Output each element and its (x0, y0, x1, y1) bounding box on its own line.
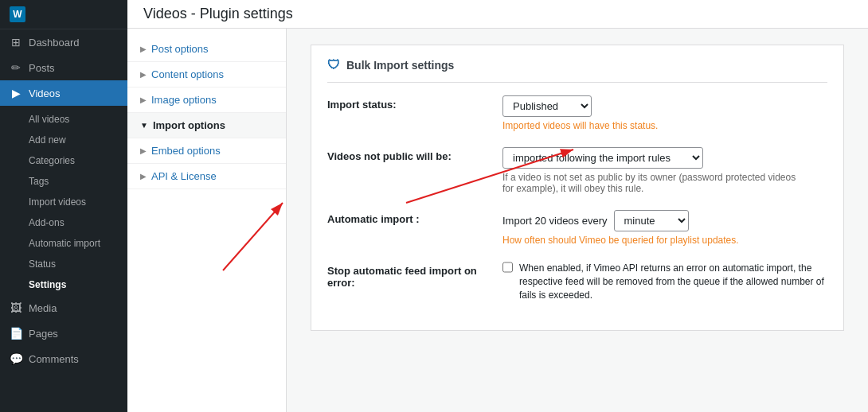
auto-import-control: Import 20 videos every minute hour day H… (502, 210, 827, 246)
sidebar-sub-tags[interactable]: Tags (0, 171, 127, 192)
settings-nav-image-options[interactable]: ▶ Image options (127, 87, 286, 113)
auto-import-prefix: Import 20 videos every (502, 215, 608, 227)
sidebar-sub-all-videos[interactable]: All videos (0, 109, 127, 130)
sidebar-sub-categories[interactable]: Categories (0, 150, 127, 171)
import-status-select[interactable]: Published Draft Pending (502, 95, 592, 117)
sidebar-item-label: Posts (29, 62, 55, 74)
sidebar-item-label: Comments (29, 353, 79, 365)
not-public-control: imported following the import rules skip… (502, 147, 827, 194)
settings-nav-content-options[interactable]: ▶ Content options (127, 62, 286, 87)
chevron-right-icon: ▶ (140, 146, 147, 155)
not-public-select[interactable]: imported following the import rules skip… (502, 147, 703, 169)
media-icon: 🖼 (10, 301, 22, 314)
auto-import-row: Automatic import : Import 20 videos ever… (327, 210, 827, 246)
content-area: ▶ Post options ▶ Content options ▶ Image… (127, 29, 868, 412)
sidebar-item-label: Videos (29, 87, 61, 99)
settings-nav-label: Image options (151, 94, 217, 106)
sidebar-item-label: Dashboard (29, 37, 80, 49)
main-panel: 🛡 Bulk Import settings Import status: Pu… (287, 29, 868, 412)
settings-nav-post-options[interactable]: ▶ Post options (127, 37, 286, 62)
wp-logo-icon: W (10, 6, 25, 22)
pages-icon: 📄 (10, 327, 22, 340)
page-title: Videos - Plugin settings (143, 6, 293, 22)
settings-box-header: 🛡 Bulk Import settings (327, 58, 827, 83)
not-public-row: Videos not public will be: imported foll… (327, 147, 827, 194)
settings-nav-label: Import options (153, 119, 225, 131)
sidebar-sub-status[interactable]: Status (0, 254, 127, 274)
import-status-control: Published Draft Pending Imported videos … (502, 95, 827, 131)
stop-import-checkbox[interactable] (502, 262, 513, 273)
sidebar-item-posts[interactable]: ✏ Posts (0, 55, 127, 80)
settings-nav-label: API & License (151, 170, 217, 182)
chevron-down-icon: ▼ (140, 121, 148, 130)
import-status-row: Import status: Published Draft Pending I… (327, 95, 827, 131)
comments-icon: 💬 (10, 352, 22, 365)
sidebar-navigation: ⊞ Dashboard ✏ Posts ▶ Videos All videos … (0, 29, 127, 412)
videos-submenu: All videos Add new Categories Tags Impor… (0, 109, 127, 295)
settings-nav-label: Embed options (151, 145, 221, 157)
stop-import-row: Stop automatic feed import on error: Whe… (327, 262, 827, 301)
import-status-desc: Imported videos will have this status. (502, 120, 827, 131)
chevron-right-icon: ▶ (140, 172, 147, 181)
stop-import-control: When enabled, if Vimeo API returns an er… (502, 262, 827, 301)
settings-nav-import-options[interactable]: ▼ Import options (127, 113, 286, 138)
sidebar-item-videos[interactable]: ▶ Videos (0, 80, 127, 106)
content-wrapper: Videos - Plugin settings ▶ Post options … (127, 0, 868, 412)
sidebar-sub-settings[interactable]: Settings (0, 274, 127, 295)
settings-nav-label: Content options (151, 68, 224, 80)
auto-import-desc: How often should Vimeo be queried for pl… (502, 235, 827, 246)
auto-import-label: Automatic import : (327, 210, 487, 225)
sidebar-item-comments[interactable]: 💬 Comments (0, 346, 127, 371)
chevron-right-icon: ▶ (140, 95, 147, 104)
stop-import-desc: When enabled, if Vimeo API returns an er… (519, 262, 827, 301)
not-public-label: Videos not public will be: (327, 147, 487, 162)
sidebar-sub-automatic-import[interactable]: Automatic import (0, 233, 127, 254)
sidebar-sub-import-videos[interactable]: Import videos (0, 192, 127, 212)
videos-icon: ▶ (10, 87, 22, 99)
import-status-label: Import status: (327, 95, 487, 111)
settings-nav-embed-options[interactable]: ▶ Embed options (127, 138, 286, 164)
posts-icon: ✏ (10, 61, 22, 74)
sidebar-sub-addons[interactable]: Add-ons (0, 212, 127, 233)
main-content: Videos - Plugin settings ▶ Post options … (127, 0, 868, 412)
sidebar-item-dashboard[interactable]: ⊞ Dashboard (0, 29, 127, 55)
sidebar-logo: W (0, 0, 127, 29)
auto-import-inline: Import 20 videos every minute hour day (502, 210, 827, 231)
sidebar: W ⊞ Dashboard ✏ Posts ▶ Videos All video… (0, 0, 127, 412)
settings-nav-api-license[interactable]: ▶ API & License (127, 164, 286, 189)
bulk-import-title: Bulk Import settings (346, 59, 454, 72)
settings-nav-label: Post options (151, 43, 209, 55)
chevron-right-icon: ▶ (140, 45, 147, 53)
dashboard-icon: ⊞ (10, 36, 22, 49)
sidebar-sub-add-new[interactable]: Add new (0, 130, 127, 150)
not-public-desc: If a video is not set as public by its o… (502, 172, 827, 194)
sidebar-item-label: Pages (29, 328, 58, 340)
sidebar-item-media[interactable]: 🖼 Media (0, 295, 127, 321)
shield-icon: 🛡 (327, 58, 340, 72)
bulk-import-settings-box: 🛡 Bulk Import settings Import status: Pu… (311, 45, 844, 331)
settings-nav: ▶ Post options ▶ Content options ▶ Image… (127, 29, 287, 412)
chevron-right-icon: ▶ (140, 70, 147, 79)
stop-import-checkbox-row: When enabled, if Vimeo API returns an er… (502, 262, 827, 301)
auto-import-interval-select[interactable]: minute hour day (614, 210, 689, 231)
sidebar-item-label: Media (29, 302, 57, 314)
sidebar-item-pages[interactable]: 📄 Pages (0, 321, 127, 346)
stop-import-label: Stop automatic feed import on error: (327, 262, 487, 289)
topbar: Videos - Plugin settings (127, 0, 868, 29)
